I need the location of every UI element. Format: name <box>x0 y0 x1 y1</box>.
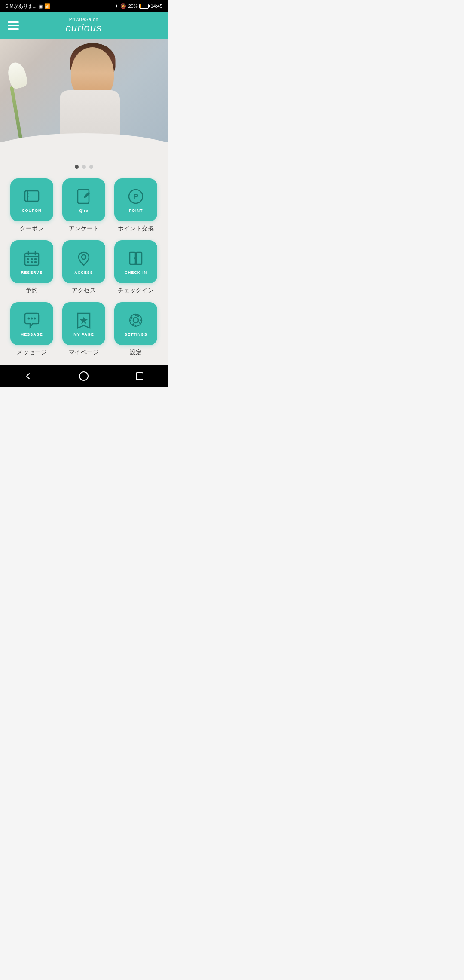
mypage-text: マイページ <box>69 349 99 356</box>
hero-wave <box>0 142 168 159</box>
alarm-icon: 🔕 <box>120 3 126 9</box>
menu-item-reserve[interactable]: RESERVE 予約 <box>9 240 55 294</box>
settings-icon <box>126 311 145 330</box>
coupon-label: COUPON <box>22 208 42 213</box>
nav-home-button[interactable] <box>74 367 93 386</box>
back-icon <box>23 371 33 381</box>
hero-banner <box>0 39 168 159</box>
battery-icon <box>139 4 149 9</box>
questionnaire-icon <box>74 187 93 206</box>
menu-items-container: COUPON クーポン Q're アンケート P <box>9 178 159 356</box>
header-title: PrivateSalon curious <box>66 17 102 34</box>
access-text: アクセス <box>72 287 96 294</box>
access-label: ACCESS <box>74 270 93 275</box>
svg-point-2 <box>27 193 28 195</box>
questionnaire-text: アンケート <box>69 225 99 233</box>
recent-icon <box>134 371 145 381</box>
svg-point-19 <box>82 255 86 259</box>
svg-point-28 <box>34 318 36 320</box>
svg-point-26 <box>27 318 30 320</box>
coupon-icon <box>22 187 41 206</box>
checkin-icon-box[interactable]: CHECK-IN <box>114 240 157 283</box>
menu-item-settings[interactable]: SETTINGS 設定 <box>113 302 159 356</box>
dot-1[interactable] <box>75 165 79 169</box>
svg-point-27 <box>31 318 33 320</box>
menu-item-mypage[interactable]: MY PAGE マイページ <box>61 302 107 356</box>
settings-text: 設定 <box>130 349 142 356</box>
svg-point-32 <box>79 372 88 380</box>
dot-2[interactable] <box>82 165 86 169</box>
carrier-text: SIMがありま... <box>5 3 37 9</box>
svg-rect-17 <box>31 261 33 263</box>
brand-small: PrivateSalon <box>66 17 102 22</box>
menu-item-access[interactable]: ACCESS アクセス <box>61 240 107 294</box>
svg-point-31 <box>130 314 142 326</box>
coupon-text: クーポン <box>20 225 44 233</box>
menu-item-questionnaire[interactable]: Q're アンケート <box>61 178 107 233</box>
dot-3[interactable] <box>89 165 93 169</box>
access-icon-box[interactable]: ACCESS <box>62 240 105 283</box>
app-header: PrivateSalon curious <box>0 12 168 39</box>
menu-item-message[interactable]: MESSAGE メッセージ <box>9 302 55 356</box>
svg-point-25 <box>134 257 137 260</box>
point-icon: P <box>126 187 145 206</box>
svg-rect-15 <box>34 258 37 260</box>
hamburger-menu-button[interactable] <box>8 21 19 30</box>
brand-large: curious <box>66 22 102 34</box>
coupon-icon-box[interactable]: COUPON <box>10 178 53 221</box>
battery-percent: 20% <box>128 3 137 9</box>
reserve-icon-box[interactable]: RESERVE <box>10 240 53 283</box>
svg-text:P: P <box>133 193 138 201</box>
svg-marker-29 <box>80 317 88 324</box>
message-text: メッセージ <box>17 349 47 356</box>
wifi-icon: 📶 <box>44 3 50 9</box>
message-icon-box[interactable]: MESSAGE <box>10 302 53 345</box>
point-text: ポイント交換 <box>118 225 154 233</box>
svg-rect-5 <box>78 190 89 203</box>
access-icon <box>74 249 93 268</box>
mypage-icon-box[interactable]: MY PAGE <box>62 302 105 345</box>
mypage-icon <box>74 311 93 330</box>
settings-label: SETTINGS <box>125 332 147 337</box>
svg-point-3 <box>27 196 28 197</box>
carousel-dots <box>0 159 168 177</box>
message-icon <box>22 311 41 330</box>
main-menu-grid: COUPON クーポン Q're アンケート P <box>0 177 168 365</box>
svg-rect-18 <box>34 261 37 263</box>
point-icon-box[interactable]: P POINT <box>114 178 157 221</box>
svg-point-4 <box>27 199 28 200</box>
reserve-label: RESERVE <box>21 270 43 275</box>
questionnaire-icon-box[interactable]: Q're <box>62 178 105 221</box>
svg-rect-14 <box>31 258 33 260</box>
point-label: POINT <box>129 208 143 213</box>
nav-recent-button[interactable] <box>130 367 149 386</box>
time-display: 14:45 <box>150 3 162 9</box>
status-right: ✦ 🔕 20% 14:45 <box>115 3 162 9</box>
reserve-icon <box>22 249 41 268</box>
checkin-icon <box>126 249 145 268</box>
mypage-label: MY PAGE <box>73 332 94 337</box>
svg-rect-13 <box>27 258 29 260</box>
checkin-label: CHECK-IN <box>125 270 147 275</box>
reserve-text: 予約 <box>26 287 38 294</box>
nav-back-button[interactable] <box>18 367 37 386</box>
menu-item-coupon[interactable]: COUPON クーポン <box>9 178 55 233</box>
svg-rect-0 <box>25 191 39 201</box>
menu-item-checkin[interactable]: CHECK-IN チェックイン <box>113 240 159 294</box>
status-bar: SIMがありま... ▣ 📶 ✦ 🔕 20% 14:45 <box>0 0 168 12</box>
svg-rect-16 <box>27 261 29 263</box>
menu-item-point[interactable]: P POINT ポイント交換 <box>113 178 159 233</box>
message-label: MESSAGE <box>21 332 43 337</box>
home-icon <box>79 371 89 381</box>
sim-icon: ▣ <box>38 3 43 9</box>
status-left: SIMがありま... ▣ 📶 <box>5 3 50 9</box>
settings-icon-box[interactable]: SETTINGS <box>114 302 157 345</box>
questionnaire-label: Q're <box>79 208 89 213</box>
svg-point-30 <box>133 318 138 323</box>
bluetooth-icon: ✦ <box>115 3 119 9</box>
svg-rect-33 <box>136 373 143 380</box>
checkin-text: チェックイン <box>118 287 154 294</box>
navigation-bar <box>0 365 168 387</box>
